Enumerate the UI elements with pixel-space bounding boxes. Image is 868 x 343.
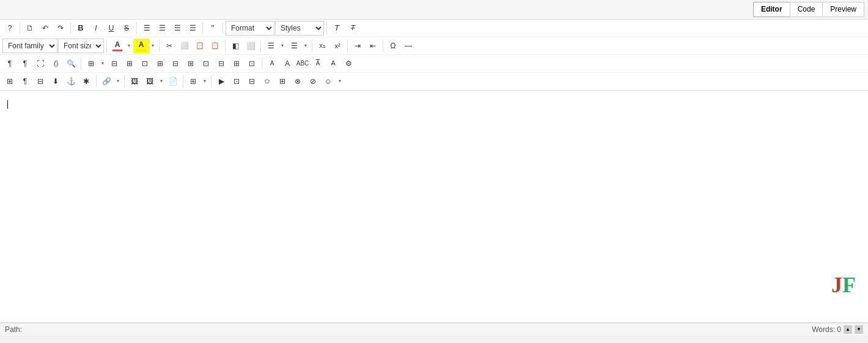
clear-format-button[interactable]: T (329, 21, 344, 35)
font-a5-button[interactable]: A (326, 56, 340, 71)
sep3 (136, 22, 137, 34)
toolbar-row-2: Font family Font size A ▾ A ▾ ✂ ⬜ 📋 📋 (0, 37, 868, 55)
emoji-button[interactable]: ☺ (321, 74, 336, 89)
code-tab-button[interactable]: Code (790, 2, 823, 17)
find-button[interactable]: 🔍 (64, 56, 78, 71)
align-center-button[interactable]: ☰ (155, 21, 169, 35)
preview-tab-button[interactable]: Preview (822, 2, 864, 17)
table6-button[interactable]: ⊟ (168, 56, 183, 71)
font-a3-button[interactable]: ABC (295, 56, 310, 71)
font-a1-button[interactable]: A (265, 56, 279, 71)
path-label: Path: (5, 325, 22, 334)
align-l2-button[interactable]: ◧ (228, 39, 243, 53)
redo-button[interactable]: ↷ (53, 21, 68, 35)
ordered-list-dropdown[interactable]: ▾ (279, 39, 286, 53)
para-button[interactable]: ¶ (18, 74, 32, 89)
scroll-down-button[interactable]: ▼ (855, 325, 863, 334)
ordered-list-button[interactable]: ☰ (263, 39, 278, 53)
italic-button[interactable]: I (89, 21, 103, 35)
paste-button[interactable]: 📋 (193, 39, 207, 53)
image2-button[interactable]: 🖼 (142, 74, 157, 89)
frame-button[interactable]: ⊟ (33, 74, 48, 89)
settings-button[interactable]: ⚙ (341, 56, 356, 71)
fullscreen-button[interactable]: ⛶ (33, 56, 48, 71)
table12-button[interactable]: ⊞ (275, 74, 290, 89)
file-button[interactable]: 📄 (166, 74, 180, 89)
blockquote-button[interactable]: " (205, 21, 220, 35)
align-right-button[interactable]: ☰ (170, 21, 185, 35)
editor-tab-button[interactable]: Editor (753, 2, 790, 17)
logo-f: F (842, 273, 856, 297)
table-insert-button[interactable]: ⊞ (84, 56, 98, 71)
font-color-dropdown[interactable]: ▾ (125, 39, 133, 53)
sep12 (347, 40, 348, 52)
indent-button[interactable]: ⇥ (350, 39, 365, 53)
grid2-dropdown[interactable]: ▾ (201, 74, 208, 89)
print-button[interactable]: ⎙ (48, 56, 63, 71)
align-justify-button[interactable]: ☰ (185, 21, 200, 35)
image-dropdown[interactable]: ▾ (158, 74, 165, 89)
highlight-button[interactable]: A (133, 39, 149, 53)
align-left-button[interactable]: ☰ (139, 21, 154, 35)
table5-button[interactable]: ⊞ (153, 56, 167, 71)
anchor2-button[interactable]: ⊗ (290, 74, 305, 89)
sep17 (124, 75, 125, 87)
styles-select[interactable]: Styles (275, 21, 324, 35)
table7-button[interactable]: ⊞ (183, 56, 198, 71)
font-a2-button[interactable]: A (280, 56, 295, 71)
special-char-button[interactable]: Ω (386, 39, 400, 53)
outdent-button[interactable]: ⇤ (366, 39, 380, 53)
table4-button[interactable]: ⊡ (138, 56, 152, 71)
bold-button[interactable]: B (73, 21, 88, 35)
paragraph-mark-button[interactable]: ¶ (2, 56, 17, 71)
subscript-button[interactable]: x₂ (315, 39, 329, 53)
new-doc-button[interactable]: 🗋 (23, 21, 37, 35)
anchor-button[interactable]: ⚓ (64, 74, 78, 89)
table10-button[interactable]: ⊞ (229, 56, 244, 71)
link-dropdown[interactable]: ▾ (114, 74, 122, 89)
paste-text-button[interactable]: 📋 (208, 39, 223, 53)
table8-button[interactable]: ⊡ (199, 56, 213, 71)
table9-button[interactable]: ⊟ (214, 56, 229, 71)
media2-button[interactable]: ⊡ (229, 74, 244, 89)
special2-button[interactable]: ✱ (79, 74, 94, 89)
emoji-dropdown[interactable]: ▾ (336, 74, 344, 89)
superscript-button[interactable]: x² (330, 39, 345, 53)
strikethrough-button[interactable]: S (119, 21, 134, 35)
underline-button[interactable]: U (104, 21, 119, 35)
embed-button[interactable]: ⊘ (306, 74, 320, 89)
font-family-select[interactable]: Font family (2, 39, 57, 53)
font-size-select[interactable]: Font size (58, 39, 104, 53)
link-button[interactable]: 🔗 (99, 74, 114, 89)
media-button[interactable]: ▶ (214, 74, 229, 89)
cut-button[interactable]: ✂ (162, 39, 177, 53)
scroll-up-button[interactable]: ▲ (844, 325, 852, 334)
align-c2-button[interactable]: ⬜ (243, 39, 258, 53)
help-button[interactable]: ? (2, 21, 17, 35)
sep9 (225, 40, 226, 52)
table3-button[interactable]: ⊞ (122, 56, 137, 71)
grid2-button[interactable]: ⊞ (186, 74, 200, 89)
copy-button[interactable]: ⬜ (177, 39, 192, 53)
format-select[interactable]: Format (226, 21, 274, 35)
horizontal-rule-button[interactable]: — (401, 39, 416, 53)
undo-button[interactable]: ↶ (38, 21, 53, 35)
unordered-list-button[interactable]: ☰ (287, 39, 301, 53)
unordered-list-dropdown[interactable]: ▾ (302, 39, 309, 53)
chars-button[interactable]: ✩ (260, 74, 274, 89)
table2-button[interactable]: ⊟ (107, 56, 122, 71)
font-a4-button[interactable]: A (311, 56, 325, 71)
remove-format-button[interactable]: T̶ (345, 21, 359, 35)
grid-button[interactable]: ⊞ (2, 74, 17, 89)
pilcrow-button[interactable]: ¶ (18, 56, 32, 71)
download-button[interactable]: ⬇ (48, 74, 63, 89)
image-button[interactable]: 🖼 (127, 74, 142, 89)
table-dropdown[interactable]: ▾ (99, 56, 106, 71)
button-widget[interactable]: ⊟ (245, 74, 259, 89)
table11-button[interactable]: ⊡ (245, 56, 259, 71)
sep11 (312, 40, 312, 52)
editor-content[interactable] (7, 98, 861, 306)
logo-j: J (831, 273, 842, 297)
highlight-dropdown[interactable]: ▾ (149, 39, 156, 53)
font-color-button[interactable]: A (109, 39, 125, 53)
